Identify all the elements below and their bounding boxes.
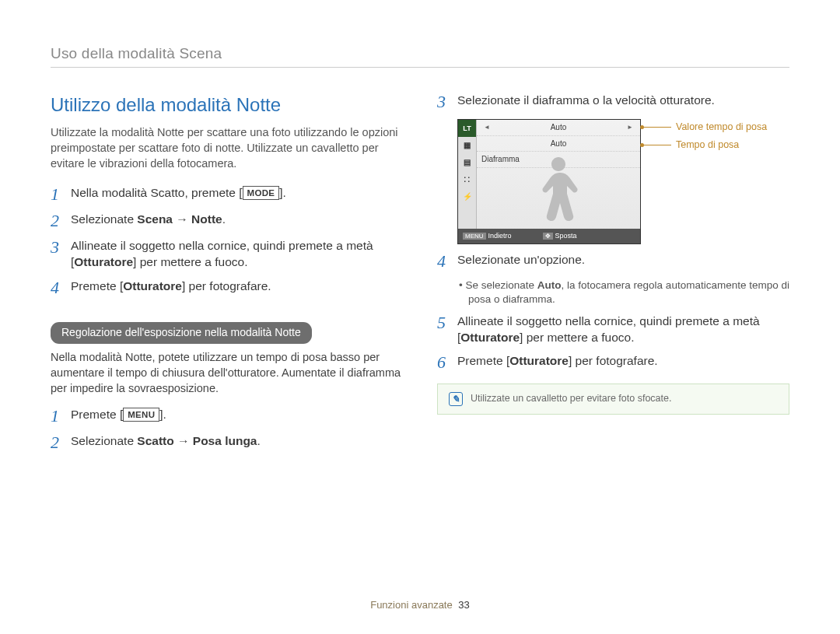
step-bold: Otturatore [74, 255, 133, 268]
callout-line [643, 145, 671, 145]
step-bold: Scena → Notte [137, 212, 222, 226]
lcd-row-aperture: ◄Auto► [477, 120, 640, 136]
right-column: 3 Selezionate il diaframma o la velocità… [437, 93, 789, 460]
callout-label: Valore tempo di posa [676, 121, 767, 134]
note-box: ✎ Utilizzate un cavalletto per evitare f… [437, 384, 789, 415]
lcd-focus-icon: ⸬ [458, 171, 476, 188]
step-text: ] per fotografare. [569, 354, 658, 367]
step-body: Selezionate il diaframma o la velocità o… [457, 93, 789, 109]
breadcrumb-header: Uso della modalità Scena [51, 45, 789, 68]
step-text: Premete [ [71, 408, 123, 421]
step-text: Premete [ [71, 279, 123, 292]
lcd-back-label: Indietro [488, 232, 512, 240]
step-text: Nella modalità Scatto, premete [ [71, 186, 243, 199]
lcd-size-icon: ▦ [458, 137, 476, 154]
step-bold: Otturatore [123, 279, 182, 292]
content-columns: Utilizzo della modalità Notte Utilizzate… [51, 93, 789, 460]
step-text: Selezionate [71, 434, 137, 447]
section-title: Utilizzo della modalità Notte [51, 93, 403, 117]
footer-page-number: 33 [458, 599, 469, 611]
menu-key: MENU [123, 408, 159, 422]
callout-label: Tempo di posa [676, 138, 739, 152]
steps-list-right-cont2: 5 Allineate il soggetto nella cornice, q… [437, 313, 789, 373]
step-body: Premete [Otturatore] per fotografare. [71, 278, 403, 295]
lcd-footer: MENUIndietro ✥Sposta [458, 229, 640, 243]
intro-text: Utilizzate la modalità Notte per scattar… [51, 125, 403, 171]
step-number: 4 [51, 278, 71, 297]
steps-list-sub: 1 Premete [MENU]. 2 Selezionate Scatto →… [51, 407, 403, 452]
lcd-sidebar: LT ▦ ▤ ⸬ ⚡ [458, 120, 477, 229]
lcd-flash-icon: ⚡ [458, 188, 476, 205]
left-arrow-icon: ◄ [481, 124, 492, 132]
note-icon: ✎ [449, 392, 463, 406]
steps-list-right-cont: 4 Selezionate un'opzione. [437, 252, 789, 271]
page-footer: Funzioni avanzate 33 [0, 599, 840, 611]
lcd-callouts: Valore tempo di posa Tempo di posa [643, 121, 767, 156]
step-number: 4 [437, 252, 457, 271]
sub-text: Se selezionate [465, 279, 537, 291]
step-sub-bullet: Se selezionate Auto, la fotocamera regol… [468, 278, 789, 306]
step-number: 2 [51, 433, 71, 452]
step-body: Selezionate un'opzione. [457, 252, 789, 268]
lcd-row-shutter: Auto [477, 136, 640, 152]
step-number: 6 [437, 353, 457, 372]
step-number: 3 [437, 93, 457, 111]
step-number: 2 [51, 212, 71, 230]
step-text: ] per mettere a fuoco. [133, 255, 247, 268]
step-bold: Otturatore [509, 354, 569, 367]
step-text: ] per mettere a fuoco. [520, 331, 634, 344]
step-text: Selezionate un'opzione. [457, 252, 789, 268]
lcd-lt-icon: LT [458, 120, 476, 137]
step-bold: Scatto → Posa lunga [137, 434, 257, 447]
left-column: Utilizzo della modalità Notte Utilizzate… [51, 93, 403, 460]
footer-section: Funzioni avanzate [370, 599, 453, 611]
step-text: . [257, 434, 260, 447]
step-text: Selezionate [71, 212, 137, 226]
right-arrow-icon: ► [625, 124, 635, 132]
step-body: Nella modalità Scatto, premete [MODE]. [71, 185, 403, 201]
steps-list-main: 1 Nella modalità Scatto, premete [MODE].… [51, 185, 403, 297]
silhouette-icon [531, 151, 586, 229]
step-text: Premete [ [457, 354, 509, 367]
lcd-value: Auto [492, 122, 625, 133]
step-text: Selezionate il diaframma o la velocità o… [457, 93, 789, 109]
step-body: Allineate il soggetto nella cornice, qui… [457, 313, 789, 346]
step-body: Allineate il soggetto nella cornice, qui… [71, 238, 403, 271]
step-text: . [222, 212, 226, 226]
step-text: ] per fotografare. [182, 279, 271, 292]
step-number: 3 [51, 238, 71, 257]
subsection-intro: Nella modalità Notte, potete utilizzare … [51, 350, 403, 396]
step-body: Premete [MENU]. [71, 407, 403, 423]
step-number: 5 [437, 313, 457, 332]
lcd-menu-key: MENU [463, 233, 486, 240]
lcd-value: Auto [486, 138, 631, 149]
step-text: ]. [279, 186, 286, 199]
step-number: 1 [51, 185, 71, 204]
step-body: Selezionate Scena → Notte. [71, 212, 403, 228]
lcd-quality-icon: ▤ [458, 154, 476, 171]
lcd-move-key: ✥ [543, 233, 553, 240]
step-body: Selezionate Scatto → Posa lunga. [71, 433, 403, 450]
sub-bold: Auto [537, 279, 562, 291]
lcd-screen: LT ▦ ▤ ⸬ ⚡ ◄Auto► Auto Diaframma [457, 119, 641, 244]
step-bold: Otturatore [460, 331, 520, 344]
lcd-wrap: LT ▦ ▤ ⸬ ⚡ ◄Auto► Auto Diaframma [437, 119, 789, 244]
step-body: Premete [Otturatore] per fotografare. [457, 353, 789, 370]
subsection-pill: Regolazione dell'esposizione nella modal… [51, 322, 312, 344]
steps-list-right: 3 Selezionate il diaframma o la velocità… [437, 93, 789, 111]
note-text: Utilizzate un cavalletto per evitare fot… [471, 392, 671, 405]
callout-line [643, 127, 671, 128]
mode-key: MODE [243, 186, 280, 200]
step-text: ]. [159, 408, 166, 421]
lcd-move-label: Sposta [555, 232, 577, 240]
step-number: 1 [51, 407, 71, 426]
